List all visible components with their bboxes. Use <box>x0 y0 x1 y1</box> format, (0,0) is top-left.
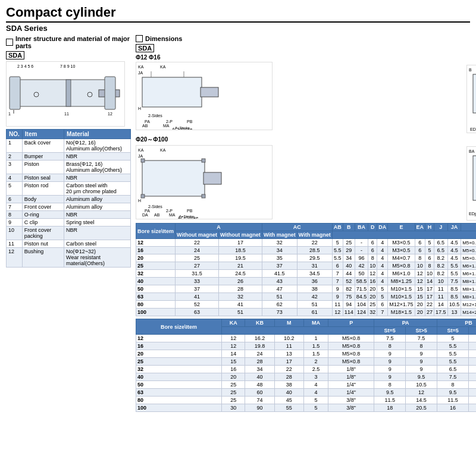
svg-text:1: 1 <box>8 112 11 116</box>
t1-sub-ac-wm: With magnet <box>297 231 332 239</box>
t2-col-pb-header: PB <box>437 319 476 327</box>
svg-text:JA: JA <box>138 154 143 158</box>
table-cell: 14 <box>222 350 245 358</box>
table-cell: 15 <box>415 293 425 301</box>
parts-cell: 5 <box>7 182 23 196</box>
table-cell: 32 <box>136 366 222 373</box>
table-cell: 7 <box>332 278 343 285</box>
table-cell: 124 <box>355 309 368 316</box>
table-cell: 32 <box>368 309 377 316</box>
t1-col-k: K <box>461 224 476 231</box>
table-cell: 9 <box>374 366 406 373</box>
table-cell: 7.5 <box>447 278 461 285</box>
table-cell: 8.2 <box>434 254 448 262</box>
table-cell: 11.5 <box>374 397 406 404</box>
table-cell: M5×0.8 <box>328 350 374 358</box>
table-cell: 11 <box>434 285 448 293</box>
table-row: 6325604041/4"9.5129.511- <box>136 389 477 397</box>
phi-small-label: Φ12 Φ16 <box>136 54 463 61</box>
table-cell: 12 <box>222 342 245 350</box>
table-cell: 12 <box>415 278 425 285</box>
large-phi-diagram-left: KA KA JA H 2-Sides PA 2-P <box>136 145 273 219</box>
table-cell: 4.5 <box>447 239 461 247</box>
table-row: 1222173222525-64M3×0.5656.54.5M5×0.8 Thr… <box>136 239 477 247</box>
t1-col-e: E <box>388 224 415 231</box>
parts-col-material: Material <box>64 130 131 139</box>
table-row: 10030905553/8"1820.51620.5- <box>136 404 477 412</box>
table-cell: 16 <box>136 342 222 350</box>
table-cell: M8×1.25 Thru.hole: Φ6.5 <box>461 285 476 293</box>
table-cell: 12 <box>406 389 437 397</box>
parts-cell: 3 <box>7 161 23 174</box>
svg-text:11: 11 <box>64 112 69 116</box>
parts-cell: Body <box>22 196 64 203</box>
table-cell: 51 <box>218 309 262 316</box>
table-cell: M5×0.8 <box>328 335 374 342</box>
parts-cell: C clip <box>22 219 64 227</box>
table-cell: 34 <box>262 247 297 254</box>
table-cell: 17.5 <box>434 309 448 316</box>
parts-cell: Bushing <box>22 248 64 268</box>
table-cell: 10.5 <box>447 301 461 309</box>
table-cell: 5.5 <box>469 358 476 366</box>
table-cell: M8×1.25 <box>388 278 415 285</box>
table-cell: 6 <box>332 262 343 270</box>
table-cell: 41 <box>176 293 219 301</box>
table-cell: 4.5 <box>447 254 461 262</box>
table-cell: 18.5 <box>218 247 262 254</box>
table-cell: 9 <box>332 293 343 301</box>
svg-text:BA: BA <box>469 149 475 153</box>
parts-cell: 7 <box>7 203 23 211</box>
table-cell: 5.5 <box>332 254 343 262</box>
table-cell: 47 <box>262 285 297 293</box>
table-cell: 22 <box>425 301 434 309</box>
table-cell: M14×2.0 Thru.hole: Φ11.3 <box>461 309 476 316</box>
table-cell: M4×0.7 <box>388 254 415 262</box>
table-row: 5025483841/4"810.5810.5- <box>136 381 477 389</box>
svg-text:AB: AB <box>154 213 160 217</box>
table-cell: M12×1.75 <box>388 301 415 309</box>
table-cell: 7.5 <box>469 373 476 381</box>
table-cell: 100 <box>136 404 222 412</box>
table-cell: M6×1.0 Thru.hole: Φ4.6 <box>461 270 476 278</box>
svg-text:PB: PB <box>187 119 193 124</box>
svg-rect-46 <box>202 194 205 198</box>
svg-text:PB: PB <box>187 209 193 213</box>
svg-text:2-Sides: 2-Sides <box>148 114 162 118</box>
table-cell: 17 <box>425 293 434 301</box>
parts-cell: NBR <box>64 227 131 240</box>
table-cell: 8 <box>368 254 377 262</box>
t1-col-ac-header: AC <box>262 224 332 231</box>
svg-text:12: 12 <box>108 112 112 116</box>
table-cell: 63 <box>136 389 222 397</box>
table-cell: 74 <box>245 397 274 404</box>
table-cell: M5×0.8 <box>328 342 374 350</box>
parts-row: 2BumperNBR <box>7 153 131 161</box>
table-cell: 25 <box>136 262 176 270</box>
table-cell: M5×0.8 <box>328 358 374 366</box>
t1-col-ea: EA <box>415 224 425 231</box>
t1-col-ja: JA <box>447 224 461 231</box>
table-cell: 11 <box>332 301 343 309</box>
table-cell: 63 <box>136 293 176 301</box>
parts-cell: Piston <box>22 161 64 174</box>
table-cell: 8.5 <box>447 285 461 293</box>
t1-col-bore: Bore size\Item <box>136 224 176 239</box>
table-cell: 28 <box>218 285 262 293</box>
svg-rect-6 <box>66 80 71 106</box>
parts-cell: Piston seal <box>22 174 64 182</box>
svg-text:7 8 9 10: 7 8 9 10 <box>60 64 75 68</box>
table-cell: 71.5 <box>355 285 368 293</box>
t2-col-m: M <box>274 319 303 327</box>
table-cell: 25 <box>222 397 245 404</box>
parts-cell: 11 <box>7 240 23 248</box>
table-cell: M10×1.5 <box>388 293 415 301</box>
table-cell: 11.5 <box>437 397 469 404</box>
table-cell: 1.5 <box>303 350 328 358</box>
table-cell: 9.5 <box>437 389 469 397</box>
svg-text:A+Stroke: A+Stroke <box>175 126 190 130</box>
parts-cell: 10 <box>7 227 23 240</box>
svg-rect-43 <box>141 159 145 162</box>
table-cell: 20 <box>222 373 245 381</box>
table-cell: 22 <box>274 366 303 373</box>
